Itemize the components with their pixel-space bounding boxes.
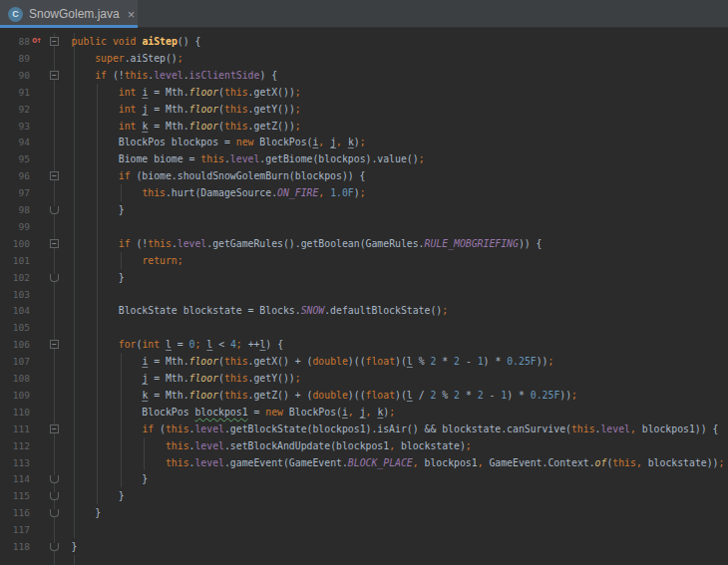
code-line[interactable]: 108 j = Mth.floor(this.getY()); (0, 370, 728, 387)
code-text: public void aiStep() { (48, 33, 200, 50)
code-line[interactable]: 97 this.hurt(DamageSource.ON_FIRE, 1.0F)… (0, 184, 728, 201)
code-text: if (biome.shouldSnowGolemBurn(blockpos))… (48, 167, 366, 184)
code-line[interactable]: 104 BlockState blockstate = Blocks.SNOW.… (0, 302, 728, 319)
code-token: 1.0F (330, 187, 354, 198)
code-line[interactable]: 115 } (0, 487, 728, 504)
line-number[interactable]: 110 (4, 406, 30, 419)
code-line[interactable]: 95 Biome biome = this.level.getBiome(blo… (0, 150, 728, 167)
code-token: floor (189, 104, 219, 115)
code-line[interactable]: 93 int k = Mth.floor(this.getZ()); (0, 118, 728, 135)
line-number[interactable]: 93 (4, 120, 30, 133)
code-token: float (366, 356, 396, 367)
code-token: ; (466, 440, 472, 451)
line-number[interactable]: 92 (4, 103, 30, 116)
code-line[interactable]: 118 } (0, 538, 728, 555)
code-line[interactable]: 99 (0, 218, 728, 235)
line-number[interactable]: 88 (4, 35, 30, 48)
code-line[interactable]: 92 int j = Mth.floor(this.getY()); (0, 101, 728, 118)
line-number[interactable]: 102 (4, 271, 30, 284)
line-number[interactable]: 95 (4, 152, 30, 165)
code-token: .hurt(DamageSource. (166, 187, 277, 198)
code-line[interactable]: 100− if (!this.level.getGameRules().getB… (0, 235, 728, 252)
line-number[interactable]: 107 (4, 355, 30, 368)
code-line[interactable]: 114 } (0, 470, 728, 487)
line-number[interactable]: 116 (4, 506, 30, 519)
line-number[interactable]: 118 (4, 540, 30, 553)
line-number[interactable]: 104 (4, 304, 30, 317)
line-number[interactable]: 101 (4, 254, 30, 267)
code-token: void (113, 36, 137, 47)
tab-close-icon[interactable]: × (128, 8, 136, 21)
code-token: % (413, 356, 431, 367)
code-line[interactable]: 111− if (this.level.getBlockState(blockp… (0, 421, 728, 437)
code-token: = (172, 339, 189, 350)
line-number[interactable]: 108 (4, 372, 30, 385)
code-token: (biome.shouldSnowGolemBurn(blockpos)) { (131, 170, 366, 181)
code-line[interactable]: 113 this.level.gameEvent(GameEvent.BLOCK… (0, 454, 728, 471)
code-line[interactable]: 106− for(int l = 0; l < 4; ++l) { (0, 336, 728, 353)
line-number[interactable]: 89 (4, 52, 30, 65)
line-number[interactable]: 114 (4, 472, 30, 485)
code-line[interactable]: 103 (0, 286, 728, 303)
override-method-icon[interactable]: o↑ (32, 34, 41, 47)
line-number[interactable]: 91 (4, 86, 30, 99)
line-number[interactable]: 100 (4, 237, 30, 250)
code-token: = Mth. (148, 104, 188, 115)
code-token: this (166, 424, 189, 434)
code-token: int (142, 339, 160, 350)
line-number[interactable]: 90 (4, 69, 30, 82)
line-number[interactable]: 117 (4, 523, 30, 536)
code-line[interactable]: 105 (0, 319, 728, 336)
line-number[interactable]: 109 (4, 389, 30, 402)
code-line[interactable]: 94 BlockPos blockpos = new BlockPos(i, j… (0, 134, 728, 150)
code-token: = Mth. (148, 390, 188, 401)
code-text: return; (48, 252, 183, 269)
code-token: ) { (265, 339, 283, 350)
code-token (48, 187, 142, 198)
code-token: .aiStep() (125, 53, 178, 64)
line-number[interactable]: 99 (4, 220, 30, 233)
line-number[interactable]: 111 (4, 423, 30, 435)
tab-snowgolem-java[interactable]: C SnowGolem.java × (0, 0, 138, 28)
code-line[interactable]: 107 i = Mth.floor(this.getX() + (double)… (0, 353, 728, 370)
code-token: level (154, 70, 183, 81)
line-number[interactable]: 106 (4, 338, 30, 351)
line-number[interactable]: 115 (4, 489, 30, 502)
code-token: this (125, 70, 149, 81)
line-number[interactable]: 94 (4, 136, 30, 148)
code-token: this (148, 238, 172, 249)
code-token: new (265, 407, 283, 418)
code-token: = Mth. (148, 356, 188, 367)
code-text: int j = Mth.floor(this.getY()); (48, 101, 301, 118)
line-number[interactable]: 112 (4, 439, 30, 452)
code-line[interactable]: 89 super.aiStep(); (0, 50, 728, 67)
code-token: ON_FIRE (277, 187, 318, 198)
line-number[interactable]: 96 (4, 169, 30, 182)
code-token: this (224, 356, 248, 367)
code-line[interactable]: 98 } (0, 201, 728, 218)
code-token: 0.25F (507, 356, 537, 367)
line-number[interactable]: 105 (4, 321, 30, 334)
code-token: ; (295, 104, 301, 115)
line-number[interactable]: 97 (4, 186, 30, 199)
line-number[interactable]: 113 (4, 456, 30, 469)
code-line[interactable]: 91 int i = Mth.floor(this.getX()); (0, 84, 728, 101)
code-line[interactable]: 102 } (0, 269, 728, 286)
code-line[interactable]: 117 (0, 521, 728, 538)
code-text: } (48, 504, 101, 521)
code-line[interactable]: 96− if (biome.shouldSnowGolemBurn(blockp… (0, 167, 728, 184)
line-number[interactable]: 103 (4, 288, 30, 301)
code-token: BlockPos (48, 407, 194, 418)
code-token: BLOCK_PLACE (348, 457, 413, 468)
code-line[interactable]: 112 this.level.setBlockAndUpdate(blockpo… (0, 437, 728, 454)
code-line[interactable]: 101 return; (0, 252, 728, 269)
code-line[interactable]: 110 BlockPos blockpos1 = new BlockPos(i,… (0, 404, 728, 421)
line-number[interactable]: 98 (4, 203, 30, 216)
code-line[interactable]: 109 k = Mth.floor(this.getZ() + (double)… (0, 387, 728, 404)
code-text: } (48, 269, 125, 286)
code-line[interactable]: 90− if (!this.level.isClientSide) { (0, 67, 728, 84)
code-line[interactable]: 88o↑− public void aiStep() { (0, 33, 728, 50)
code-line[interactable]: 116 } (0, 504, 728, 521)
code-token: return (142, 255, 177, 266)
code-editor[interactable]: 88o↑− public void aiStep() {89 super.aiS… (0, 28, 728, 565)
